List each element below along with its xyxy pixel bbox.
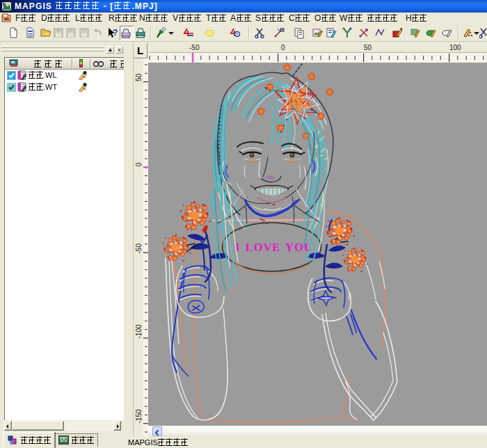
svg-text:?: ? xyxy=(113,28,118,38)
svg-text:I LOVE YOU: I LOVE YOU xyxy=(235,241,313,254)
